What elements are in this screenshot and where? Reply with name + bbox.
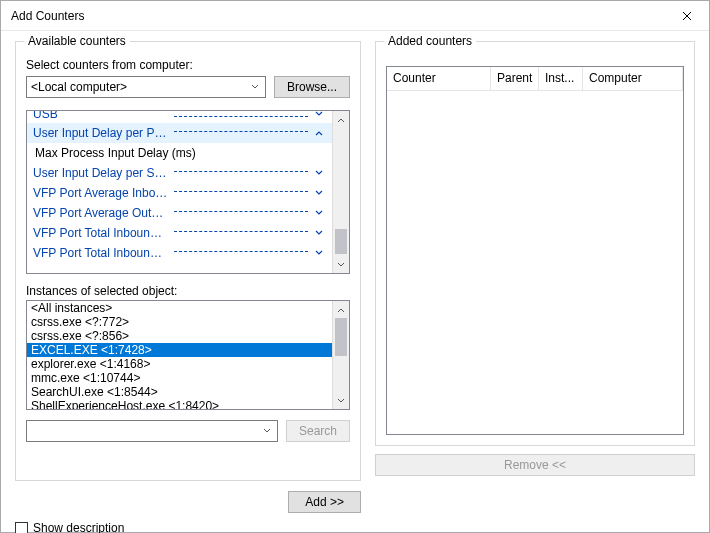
tree-scrollbar[interactable] bbox=[332, 111, 349, 273]
chevron-down-icon bbox=[259, 423, 275, 439]
column-parent[interactable]: Parent bbox=[491, 67, 539, 91]
tree-item-label: VFP Port Average Inbound Network Traffic bbox=[33, 186, 172, 200]
tree-item-label: USB bbox=[33, 111, 172, 121]
list-item[interactable]: SearchUI.exe <1:8544> bbox=[27, 385, 332, 399]
scroll-down-icon[interactable] bbox=[333, 256, 349, 273]
remove-button[interactable]: Remove << bbox=[375, 454, 695, 476]
list-item[interactable]: <All instances> bbox=[27, 301, 332, 315]
chevron-down-icon bbox=[312, 186, 326, 200]
tree-item[interactable]: User Input Delay per Process bbox=[27, 123, 332, 143]
scroll-up-icon[interactable] bbox=[333, 111, 349, 128]
list-item[interactable]: csrss.exe <?:856> bbox=[27, 329, 332, 343]
table-header: Counter Parent Inst... Computer bbox=[387, 67, 683, 91]
counter-tree[interactable]: USBUser Input Delay per ProcessMax Proce… bbox=[26, 110, 350, 274]
tree-item-label: User Input Delay per Process bbox=[33, 126, 172, 140]
chevron-down-icon bbox=[247, 79, 263, 95]
available-counters-label: Available counters bbox=[24, 34, 130, 48]
added-counters-label: Added counters bbox=[384, 34, 476, 48]
select-computer-label: Select counters from computer: bbox=[26, 58, 350, 72]
close-icon bbox=[682, 11, 692, 21]
column-instance[interactable]: Inst... bbox=[539, 67, 583, 91]
instance-search-combo[interactable] bbox=[26, 420, 278, 442]
scroll-down-icon[interactable] bbox=[333, 392, 349, 409]
add-button[interactable]: Add >> bbox=[288, 491, 361, 513]
column-computer[interactable]: Computer bbox=[583, 67, 683, 91]
tree-item[interactable]: User Input Delay per Session bbox=[27, 163, 332, 183]
show-description-label: Show description bbox=[33, 521, 124, 533]
chevron-down-icon bbox=[312, 206, 326, 220]
chevron-down-icon bbox=[312, 226, 326, 240]
scroll-thumb[interactable] bbox=[335, 318, 347, 356]
list-item[interactable]: csrss.exe <?:772> bbox=[27, 315, 332, 329]
tree-item[interactable]: USB bbox=[27, 111, 332, 123]
window-title: Add Counters bbox=[11, 9, 665, 23]
tree-subitem[interactable]: Max Process Input Delay (ms) bbox=[27, 143, 332, 163]
list-item[interactable]: mmc.exe <1:10744> bbox=[27, 371, 332, 385]
show-description-checkbox[interactable]: Show description bbox=[15, 521, 124, 533]
titlebar[interactable]: Add Counters bbox=[1, 1, 709, 31]
tree-subitem-label: Max Process Input Delay (ms) bbox=[29, 146, 202, 160]
computer-combobox[interactable]: <Local computer> bbox=[26, 76, 266, 98]
tree-item[interactable]: VFP Port Average Outbound Network Traffi… bbox=[27, 203, 332, 223]
added-counters-group: Added counters Counter Parent Inst... Co… bbox=[375, 41, 695, 446]
available-counters-group: Available counters Select counters from … bbox=[15, 41, 361, 481]
tree-item-label: VFP Port Total Inbound Dropped Network P… bbox=[33, 226, 172, 240]
chevron-down-icon bbox=[312, 166, 326, 180]
list-item[interactable]: explorer.exe <1:4168> bbox=[27, 357, 332, 371]
scroll-thumb[interactable] bbox=[335, 229, 347, 254]
close-button[interactable] bbox=[665, 1, 709, 31]
list-item[interactable]: EXCEL.EXE <1:7428> bbox=[27, 343, 332, 357]
tree-item[interactable]: VFP Port Total Inbound Dropped Network P… bbox=[27, 223, 332, 243]
tree-item-label: VFP Port Total Inbound Network Traffic bbox=[33, 246, 172, 260]
instances-scrollbar[interactable] bbox=[332, 301, 349, 409]
instances-listbox[interactable]: <All instances>csrss.exe <?:772>csrss.ex… bbox=[26, 300, 350, 410]
add-counters-dialog: Add Counters Available counters Select c… bbox=[0, 0, 710, 533]
search-button[interactable]: Search bbox=[286, 420, 350, 442]
chevron-down-icon bbox=[312, 111, 326, 121]
chevron-down-icon bbox=[312, 246, 326, 260]
list-item[interactable]: ShellExperienceHost.exe <1:8420> bbox=[27, 399, 332, 409]
browse-button[interactable]: Browse... bbox=[274, 76, 350, 98]
instances-label: Instances of selected object: bbox=[26, 284, 350, 298]
added-counters-table[interactable]: Counter Parent Inst... Computer bbox=[386, 66, 684, 435]
chevron-up-icon bbox=[312, 126, 326, 140]
column-counter[interactable]: Counter bbox=[387, 67, 491, 91]
scroll-up-icon[interactable] bbox=[333, 301, 349, 318]
tree-item-label: User Input Delay per Session bbox=[33, 166, 172, 180]
tree-item[interactable]: VFP Port Average Inbound Network Traffic bbox=[27, 183, 332, 203]
tree-item[interactable]: VFP Port Total Inbound Network Traffic bbox=[27, 243, 332, 263]
computer-value: <Local computer> bbox=[31, 80, 127, 94]
tree-item-label: VFP Port Average Outbound Network Traffi… bbox=[33, 206, 172, 220]
checkbox-box bbox=[15, 522, 28, 534]
